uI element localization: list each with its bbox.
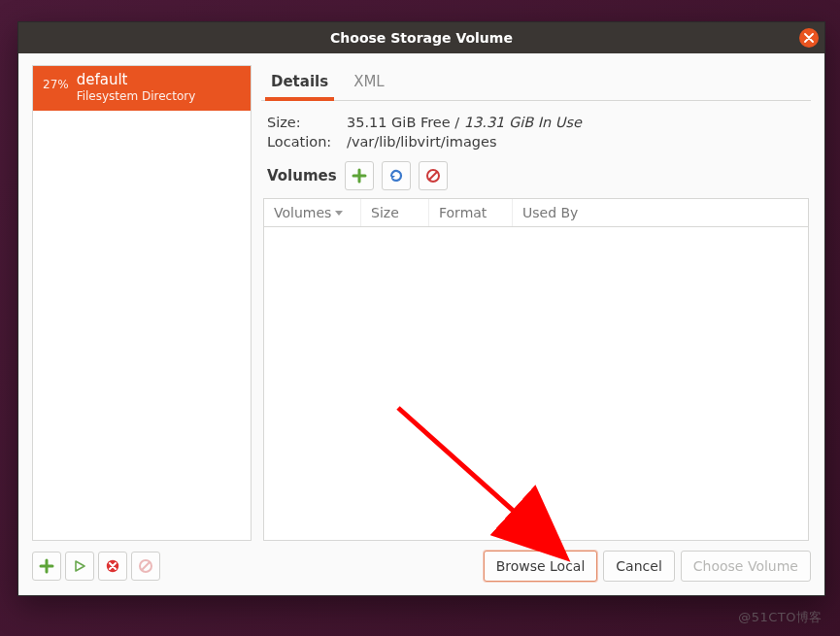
volumes-label: Volumes (267, 167, 337, 184)
refresh-icon (388, 168, 404, 184)
svg-line-1 (429, 172, 437, 180)
column-volumes[interactable]: Volumes (264, 199, 361, 226)
sort-caret-icon (335, 211, 343, 216)
pool-type: Filesystem Directory (77, 89, 196, 103)
tab-xml[interactable]: XML (350, 65, 388, 100)
tab-bar: Details XML (261, 65, 811, 101)
pool-stop-button[interactable] (98, 552, 127, 581)
window-title: Choose Storage Volume (330, 30, 513, 46)
column-volumes-label: Volumes (274, 205, 331, 220)
column-format[interactable]: Format (429, 199, 513, 226)
watermark: @51CTO博客 (738, 609, 823, 626)
size-free: 35.11 GiB Free (347, 115, 451, 130)
svg-line-4 (142, 562, 150, 570)
dialog-footer: Browse Local Cancel Choose Volume (32, 551, 811, 582)
location-label: Location: (267, 134, 337, 150)
plus-icon (352, 168, 367, 184)
plus-icon (39, 558, 54, 574)
location-value: /var/lib/libvirt/images (347, 134, 496, 150)
close-icon (804, 33, 814, 43)
pool-info: Size: 35.11 GiB Free / 13.31 GiB In Use … (261, 101, 811, 155)
pool-add-button[interactable] (32, 552, 61, 581)
detail-pane: Details XML Size: 35.11 GiB Free / 13.31… (261, 65, 811, 541)
titlebar: Choose Storage Volume (18, 22, 824, 53)
cancel-button[interactable]: Cancel (603, 551, 674, 582)
size-used: 13.31 GiB In Use (464, 115, 582, 130)
error-x-icon (105, 558, 120, 574)
storage-volume-dialog: Choose Storage Volume 27% default Filesy… (17, 21, 825, 596)
column-used-by[interactable]: Used By (513, 199, 808, 226)
volume-refresh-button[interactable] (382, 161, 411, 190)
window-close-button[interactable] (799, 28, 819, 48)
choose-volume-button[interactable]: Choose Volume (681, 551, 811, 582)
size-label: Size: (267, 115, 337, 130)
pool-usage-percent: 27% (43, 78, 69, 91)
no-entry-icon (425, 168, 441, 184)
volumes-table-header: Volumes Size Format Used By (264, 199, 808, 227)
pool-item-default[interactable]: 27% default Filesystem Directory (33, 66, 251, 111)
pool-name: default (77, 72, 196, 88)
volume-delete-button[interactable] (419, 161, 448, 190)
pool-start-button[interactable] (65, 552, 94, 581)
size-sep: / (451, 115, 464, 130)
no-entry-icon (138, 558, 153, 574)
browse-local-button[interactable]: Browse Local (484, 551, 598, 582)
volume-add-button[interactable] (345, 161, 374, 190)
volumes-toolbar: Volumes (261, 155, 811, 198)
volumes-table-body (264, 227, 808, 540)
volumes-table: Volumes Size Format Used By (263, 198, 809, 541)
pool-list: 27% default Filesystem Directory (32, 65, 252, 541)
tab-details[interactable]: Details (267, 65, 332, 100)
pool-delete-button[interactable] (131, 552, 160, 581)
play-icon (73, 559, 86, 573)
column-size[interactable]: Size (361, 199, 429, 226)
